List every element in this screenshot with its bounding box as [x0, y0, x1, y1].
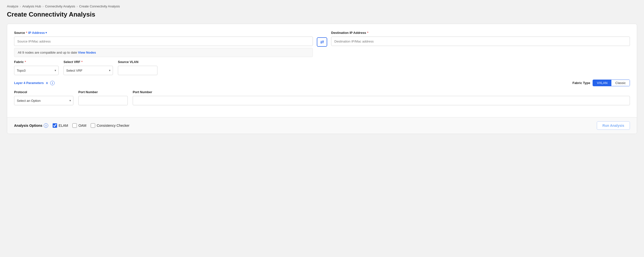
breadcrumb-connectivity[interactable]: Connectivity Analysis	[45, 4, 75, 8]
dest-label-text: Destination IP Address	[331, 31, 366, 34]
oam-label: OAM	[78, 124, 86, 128]
layer4-label-text: Layer 4 Parameters	[14, 81, 44, 85]
source-dest-row: Source * IP Address ▾ All 9 nodes are co…	[14, 31, 630, 57]
source-type-chevron: ▾	[46, 31, 47, 34]
source-label: Source * IP Address ▾	[14, 31, 313, 34]
nodes-info-box: All 9 nodes are compatible and up to dat…	[14, 48, 313, 57]
fabric-type-label: Fabric Type	[572, 81, 590, 85]
form-section: Source * IP Address ▾ All 9 nodes are co…	[14, 31, 630, 111]
vrf-field: Select VRF * Select VRF ▾	[64, 60, 113, 75]
breadcrumb-analyze[interactable]: Analyze	[7, 4, 18, 8]
port-dst-label: Port Number	[133, 90, 630, 94]
source-block: Source * IP Address ▾ All 9 nodes are co…	[14, 31, 313, 57]
dest-block: Destination IP Address *	[331, 31, 630, 46]
dest-required-star: *	[367, 31, 368, 34]
layer4-info-icon[interactable]: i	[50, 81, 54, 85]
nodes-info-text: All 9 nodes are compatible and up to dat…	[18, 51, 77, 54]
source-label-text: Source	[14, 31, 25, 34]
fabric-required-star: *	[25, 60, 26, 64]
elam-label: ELAM	[58, 124, 68, 128]
layer4-toggle[interactable]: Layer 4 Parameters ∧ i	[14, 81, 54, 85]
breadcrumb: Analyze › Analysis Hub › Connectivity An…	[7, 4, 637, 8]
port-dst-input[interactable]	[133, 96, 630, 105]
consistency-label: Consistency Checker	[96, 124, 129, 128]
fabric-label: Fabric *	[14, 60, 58, 64]
vrf-required-star: *	[81, 60, 82, 64]
breadcrumb-analysis-hub[interactable]: Analysis Hub	[22, 4, 41, 8]
dest-label: Destination IP Address *	[331, 31, 630, 34]
elam-checkbox-group[interactable]: ELAM	[53, 123, 68, 128]
protocol-row: Protocol Select an Option ▾ Port Number	[14, 90, 630, 105]
main-card: Source * IP Address ▾ All 9 nodes are co…	[7, 24, 637, 134]
vlan-input[interactable]	[118, 66, 158, 75]
source-input[interactable]	[14, 36, 313, 46]
source-required-star: *	[26, 31, 27, 34]
bottom-bar: Analysis Options i ELAM OAM Consistency …	[7, 117, 637, 134]
port-src-field: Port Number	[78, 90, 128, 105]
analysis-options-text: Analysis Options	[14, 124, 42, 128]
protocol-label: Protocol	[14, 90, 74, 94]
vrf-label: Select VRF *	[64, 60, 113, 64]
fabric-select[interactable]: Topo3	[14, 66, 58, 75]
analysis-options: Analysis Options i ELAM OAM Consistency …	[14, 123, 130, 128]
port-dst-field: Port Number	[133, 90, 630, 105]
source-type-label: IP Address	[28, 31, 45, 34]
protocol-label-text: Protocol	[14, 90, 27, 94]
vrf-label-text: Select VRF	[64, 60, 80, 64]
protocol-select[interactable]: Select an Option	[14, 96, 74, 105]
port-src-input[interactable]	[78, 96, 128, 105]
run-analysis-button[interactable]: Run Analysis	[597, 121, 630, 130]
breadcrumb-create: Create Connectivity Analysis	[79, 4, 120, 8]
destination-input[interactable]	[331, 36, 630, 46]
protocol-select-wrapper: Select an Option ▾	[14, 96, 74, 105]
port-src-label-text: Port Number	[78, 90, 98, 94]
analysis-options-info-icon[interactable]: i	[44, 123, 48, 128]
elam-checkbox[interactable]	[53, 123, 57, 128]
page-title: Create Connectivity Analysis	[7, 11, 637, 18]
analysis-options-label: Analysis Options i	[14, 123, 48, 128]
fabric-field: Fabric * Topo3 ▾	[14, 60, 58, 75]
consistency-checkbox[interactable]	[91, 123, 95, 128]
fabric-label-text: Fabric	[14, 60, 24, 64]
layer4-row: Layer 4 Parameters ∧ i Fabric Type VXLAN…	[14, 80, 630, 86]
view-nodes-link[interactable]: View Nodes	[78, 51, 96, 54]
fabric-type-toggle-group: VXLAN Classic	[592, 80, 630, 86]
swap-icon: ⇄	[320, 39, 324, 45]
consistency-checkbox-group[interactable]: Consistency Checker	[91, 123, 129, 128]
breadcrumb-sep-2: ›	[42, 5, 44, 8]
protocol-field: Protocol Select an Option ▾	[14, 90, 74, 105]
port-src-label: Port Number	[78, 90, 128, 94]
vrf-select-wrapper: Select VRF ▾	[64, 66, 113, 75]
port-dst-label-text: Port Number	[133, 90, 152, 94]
breadcrumb-sep-1: ›	[20, 5, 21, 8]
source-type-link[interactable]: IP Address ▾	[28, 31, 47, 34]
fabric-type-group: Fabric Type VXLAN Classic	[572, 80, 630, 86]
breadcrumb-sep-3: ›	[76, 5, 78, 8]
oam-checkbox[interactable]	[72, 123, 77, 128]
swap-button[interactable]: ⇄	[317, 37, 327, 47]
fabric-type-classic-btn[interactable]: Classic	[612, 80, 630, 86]
layer4-chevron-icon: ∧	[46, 81, 48, 85]
vlan-field: Source VLAN	[118, 60, 158, 75]
fabric-select-wrapper: Topo3 ▾	[14, 66, 58, 75]
fabric-row: Fabric * Topo3 ▾ Select VRF *	[14, 60, 630, 75]
oam-checkbox-group[interactable]: OAM	[72, 123, 86, 128]
vrf-select[interactable]: Select VRF	[64, 66, 113, 75]
fabric-type-vxlan-btn[interactable]: VXLAN	[593, 80, 612, 86]
vlan-label-text: Source VLAN	[118, 60, 138, 64]
vlan-label: Source VLAN	[118, 60, 158, 64]
